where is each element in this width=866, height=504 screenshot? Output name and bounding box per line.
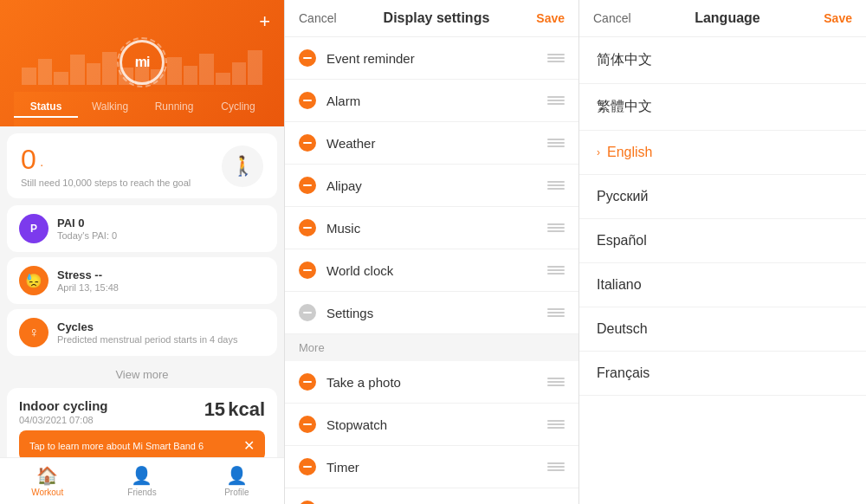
nav-profile[interactable]: 👤 Profile: [190, 465, 284, 497]
left-panel: + mi: [0, 0, 284, 504]
tab-cycling[interactable]: Cycling: [206, 97, 270, 118]
steps-unit: ·: [40, 158, 43, 171]
drag-handle-alipay[interactable]: [547, 181, 565, 190]
cycles-title: Cycles: [57, 320, 238, 333]
cancel-button[interactable]: Cancel: [299, 11, 337, 25]
workout-date: 04/03/2021 07:08: [19, 415, 108, 425]
remove-music-icon[interactable]: [299, 219, 316, 236]
take-photo-label: Take a photo: [326, 375, 547, 390]
view-more-button[interactable]: View more: [7, 361, 277, 388]
cycles-row[interactable]: ♀ Cycles Predicted menstrual period star…: [7, 309, 277, 356]
add-button[interactable]: +: [259, 10, 270, 33]
right-panel: Cancel Language Save 简体中文 繁體中文 › English…: [578, 0, 866, 504]
list-item-weather[interactable]: Weather: [285, 122, 578, 165]
drag-handle-weather[interactable]: [547, 139, 565, 147]
lang-label-simplified-chinese: 简体中文: [597, 51, 652, 69]
display-settings-title: Display settings: [384, 10, 490, 26]
remove-weather-icon[interactable]: [299, 134, 316, 152]
lang-label-traditional-chinese: 繁體中文: [597, 98, 652, 116]
language-cancel-button[interactable]: Cancel: [593, 11, 631, 25]
event-reminder-label: Event reminder: [326, 51, 547, 66]
lang-label-french: Français: [597, 365, 650, 381]
cycles-sub: Predicted menstrual period starts in 4 d…: [57, 334, 238, 345]
pai-title: PAI 0: [57, 216, 117, 229]
drag-handle-settings[interactable]: [547, 308, 565, 317]
world-clock-label: World clock: [326, 263, 547, 278]
more-section-header: More: [285, 334, 578, 361]
list-item-alipay[interactable]: Alipay: [285, 165, 578, 207]
nav-friends-label: Friends: [127, 488, 156, 497]
remove-stopwatch-icon[interactable]: [299, 416, 316, 433]
pai-sub: Today's PAI: 0: [57, 230, 117, 241]
drag-handle-stopwatch[interactable]: [547, 420, 565, 429]
alipay-label: Alipay: [326, 178, 547, 193]
drag-handle-alarm[interactable]: [547, 96, 565, 105]
language-save-button[interactable]: Save: [824, 11, 852, 25]
active-lang-chevron-icon: ›: [597, 146, 600, 158]
drag-handle-timer[interactable]: [547, 462, 565, 471]
lang-item-spanish[interactable]: Español: [579, 219, 866, 263]
remove-event-reminder-icon[interactable]: [299, 49, 316, 67]
remove-take-photo-icon[interactable]: [299, 373, 316, 391]
lang-item-french[interactable]: Français: [579, 352, 866, 396]
list-item-alarm[interactable]: Alarm: [285, 80, 578, 122]
stress-title: Stress --: [57, 268, 119, 281]
language-list: 简体中文 繁體中文 › English Русский Español Ital…: [579, 37, 866, 504]
lang-item-simplified-chinese[interactable]: 简体中文: [579, 37, 866, 84]
list-item-event-reminder[interactable]: Event reminder: [285, 37, 578, 80]
lang-item-italian[interactable]: Italiano: [579, 263, 866, 307]
smart-band-banner[interactable]: Tap to learn more about Mi Smart Band 6 …: [19, 430, 265, 457]
lang-label-italian: Italiano: [597, 277, 642, 293]
save-button[interactable]: Save: [536, 11, 565, 25]
banner-text: Tap to learn more about Mi Smart Band 6: [29, 441, 236, 451]
left-content: 0 · Still need 10,000 steps to reach the…: [0, 126, 284, 457]
language-header: Cancel Language Save: [579, 0, 866, 37]
list-item-world-clock[interactable]: World clock: [285, 249, 578, 292]
list-item-settings[interactable]: Settings: [285, 292, 578, 334]
remove-alarm-icon[interactable]: [299, 92, 316, 109]
tab-bar: Status Walking Running Cycling: [14, 92, 270, 126]
middle-panel: Cancel Display settings Save Event remin…: [284, 0, 578, 504]
remove-timer-icon[interactable]: [299, 458, 316, 475]
lang-item-russian[interactable]: Русский: [579, 175, 866, 219]
list-item-take-photo[interactable]: Take a photo: [285, 361, 578, 404]
drag-handle-world-clock[interactable]: [547, 266, 565, 275]
nav-profile-label: Profile: [224, 488, 249, 497]
pai-row[interactable]: P PAI 0 Today's PAI: 0: [7, 205, 277, 252]
list-item-timer[interactable]: Timer: [285, 446, 578, 488]
tab-running[interactable]: Running: [142, 97, 206, 118]
remove-world-clock-icon[interactable]: [299, 262, 316, 279]
tab-walking[interactable]: Walking: [78, 97, 142, 118]
friends-nav-icon: 👤: [131, 465, 152, 486]
banner-close-button[interactable]: ✕: [243, 437, 255, 454]
weather-label: Weather: [326, 136, 547, 151]
remove-settings-icon[interactable]: [299, 304, 316, 321]
lang-label-russian: Русский: [597, 189, 648, 204]
steps-card: 0 · Still need 10,000 steps to reach the…: [7, 133, 277, 198]
drag-handle-take-photo[interactable]: [547, 378, 565, 386]
remove-find-phone-icon[interactable]: [299, 501, 316, 504]
list-item-music[interactable]: Music: [285, 207, 578, 249]
drag-handle-music[interactable]: [547, 223, 565, 232]
display-settings-list: Event reminder Alarm Weather Alipay: [285, 37, 578, 504]
lang-item-traditional-chinese[interactable]: 繁體中文: [579, 84, 866, 131]
display-settings-header: Cancel Display settings Save: [285, 0, 578, 37]
nav-friends[interactable]: 👤 Friends: [94, 465, 189, 497]
nav-workout[interactable]: 🏠 Workout: [0, 465, 94, 497]
drag-handle-event-reminder[interactable]: [547, 54, 565, 62]
workout-nav-icon: 🏠: [36, 465, 58, 486]
music-label: Music: [326, 221, 547, 236]
lang-item-german[interactable]: Deutsch: [579, 307, 866, 352]
mi-logo-text: mi: [135, 55, 150, 70]
list-item-stopwatch[interactable]: Stopwatch: [285, 404, 578, 446]
cycles-icon: ♀: [19, 318, 48, 347]
remove-alipay-icon[interactable]: [299, 177, 316, 194]
lang-item-english[interactable]: › English: [579, 131, 866, 175]
list-item-find-phone[interactable]: Find phone: [285, 488, 578, 504]
tab-status[interactable]: Status: [14, 97, 78, 118]
stopwatch-label: Stopwatch: [326, 417, 547, 432]
steps-icon: 🚶: [222, 145, 263, 187]
left-header: + mi: [0, 0, 284, 126]
workout-name: Indoor cycling: [19, 398, 108, 413]
stress-row[interactable]: 😓 Stress -- April 13, 15:48: [7, 257, 277, 304]
